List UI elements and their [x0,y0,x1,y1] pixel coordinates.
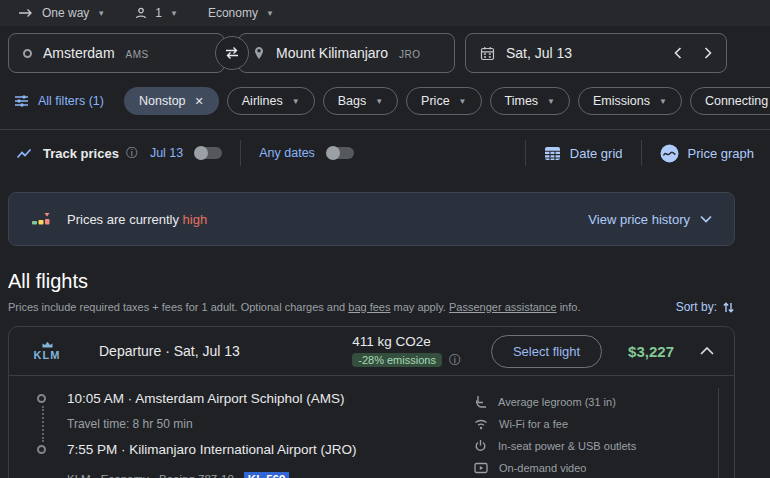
destination-field[interactable]: Mount Kilimanjaro JRO [238,33,455,73]
track-date-toggle[interactable] [195,147,222,159]
route-dotted-line [42,406,44,442]
chevron-down-icon: ▼ [97,9,105,18]
chip-label: Emissions [593,94,650,108]
chip-label: Connecting airports [705,94,770,108]
flight-timeline [37,392,67,478]
filter-chip-times[interactable]: Times ▼ [490,87,571,115]
view-price-history-button[interactable]: View price history [588,212,712,227]
list-item: On-demand video [474,462,698,474]
trip-type-value: One way [42,6,89,20]
filter-chip-price[interactable]: Price ▼ [406,87,481,115]
date-grid-label: Date grid [570,146,623,161]
travel-time: Travel time: 8 hr 50 min [67,418,474,430]
date-field[interactable]: Sat, Jul 13 [465,33,727,73]
chip-label: Nonstop [139,94,186,108]
cabin-class-select[interactable]: Economy ▼ [208,6,274,20]
passengers-select[interactable]: 1 ▼ [135,6,178,20]
info-icon[interactable]: ⓘ [126,145,138,162]
flight-legs: 10:05 AM · Amsterdam Airport Schiphol (A… [67,392,474,478]
divider [525,140,526,166]
amenity-label: Average legroom (31 in) [498,396,616,408]
next-day-button[interactable] [704,47,712,59]
amenity-label: In-seat power & USB outlets [498,440,636,452]
sort-by-button[interactable]: Sort by: [676,300,735,314]
price-graph-button[interactable]: Price graph [660,144,754,163]
date-grid-button[interactable]: Date grid [544,145,623,161]
flight-meta: KLM · Economy · Boeing 787-10 ·KL 569 [67,473,474,478]
date-grid-icon [544,145,561,161]
all-filters-button[interactable]: All filters (1) [14,94,104,108]
emissions-block: 411 kg CO2e -28% emissions ⓘ [352,334,461,369]
crown-icon [41,341,54,348]
tune-icon [14,94,29,108]
bag-fees-link[interactable]: bag fees [348,301,390,313]
chip-label: Price [421,94,449,108]
amenity-label: On-demand video [499,462,586,474]
price-trend-icon [16,147,33,160]
klm-logo: KLM [25,341,69,361]
destination-value: Mount Kilimanjaro [276,45,388,61]
filter-chip-emissions[interactable]: Emissions ▼ [578,87,682,115]
view-price-history-label: View price history [588,212,690,227]
track-prices-row: Track prices ⓘ Jul 13 Any dates Date gri… [0,130,770,176]
arrival-line: 7:55 PM · Kilimanjaro International Airp… [67,443,474,456]
list-item: Average legroom (31 in) [474,395,698,409]
amenities-list: Average legroom (31 in) Wi-Fi for a fee … [474,392,698,478]
chevron-down-icon: ▼ [659,97,667,106]
airline-name: KLM [34,349,61,361]
passenger-assistance-link[interactable]: Passenger assistance [449,301,557,313]
filter-chip-nonstop[interactable]: Nonstop ✕ [124,87,219,115]
arrival-stop-icon [37,445,46,454]
sort-by-label: Sort by: [676,300,717,314]
wifi-icon [474,418,488,430]
search-row: Amsterdam AMS Mount Kilimanjaro JRO Sat,… [0,26,770,79]
trip-options-bar: One way ▼ 1 ▼ Economy ▼ [0,0,770,26]
select-flight-button[interactable]: Select flight [491,335,602,368]
departure-stop-icon [37,394,46,403]
swap-icon [224,46,240,60]
divider [718,388,719,478]
all-filters-label: All filters (1) [38,94,104,108]
filter-chip-connecting-airports[interactable]: Connecting airports ▼ [690,87,770,115]
departure-line: 10:05 AM · Amsterdam Airport Schiphol (A… [67,392,474,405]
co2-value: 411 kg CO2e [352,334,461,349]
chevron-down-icon [700,215,712,223]
previous-day-button[interactable] [674,47,682,59]
destination-code: JRO [399,47,421,60]
route-fields: Amsterdam AMS Mount Kilimanjaro JRO [8,33,455,73]
any-dates-toggle[interactable] [327,147,354,159]
close-icon[interactable]: ✕ [195,95,204,108]
filter-chips-row: All filters (1) Nonstop ✕ Airlines ▼ Bag… [0,79,770,125]
origin-dot-icon [23,49,32,58]
results-header: All flights Prices include required taxe… [8,270,735,314]
collapse-details-button[interactable] [700,347,714,355]
chevron-down-icon: ▼ [266,9,274,18]
divider [240,140,241,166]
origin-code: AMS [126,47,149,60]
date-value: Sat, Jul 13 [506,45,572,61]
toggle-knob [326,146,340,160]
info-icon[interactable]: ⓘ [449,352,461,369]
filter-chip-airlines[interactable]: Airlines ▼ [227,87,315,115]
any-dates-label: Any dates [259,146,315,160]
flight-card-header[interactable]: KLM Departure · Sat, Jul 13 411 kg CO2e … [9,327,734,375]
price-graph-icon [660,144,679,163]
divider [641,140,642,166]
origin-value: Amsterdam [43,45,115,61]
pricing-disclaimer: Prices include required taxes + fees for… [8,301,580,313]
price-level-gauge-icon [31,212,51,227]
filter-chip-bags[interactable]: Bags ▼ [323,87,398,115]
chevron-down-icon: ▼ [459,97,467,106]
cabin-class-value: Economy [208,6,258,20]
legroom-icon [474,395,487,409]
flight-header-title: Departure · Sat, Jul 13 [99,343,240,359]
passengers-count: 1 [155,6,162,20]
trip-type-select[interactable]: One way ▼ [18,6,105,20]
swap-airports-button[interactable] [215,36,249,70]
page-title: All flights [8,270,735,293]
chip-label: Times [505,94,539,108]
origin-field[interactable]: Amsterdam AMS [8,33,225,73]
chevron-down-icon: ▼ [170,9,178,18]
sort-arrows-icon [722,301,735,314]
track-prices-label: Track prices [43,146,119,161]
